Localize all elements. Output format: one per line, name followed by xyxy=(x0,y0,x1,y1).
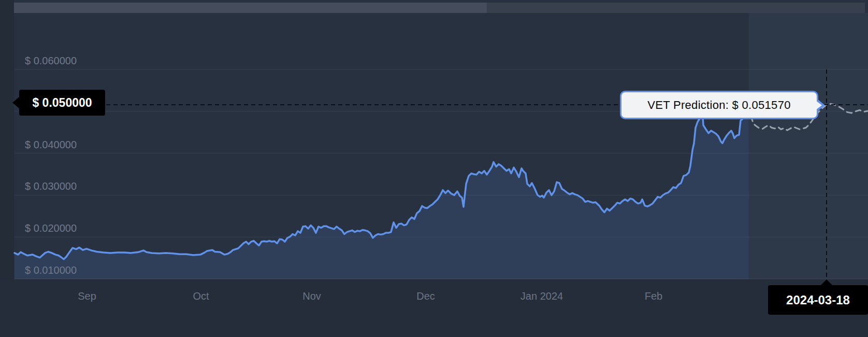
y-axis-tick-label: $ 0.030000 xyxy=(25,180,77,192)
price-label-arrow-icon xyxy=(12,97,19,108)
x-axis-tick-label: Feb xyxy=(645,290,662,302)
date-crosshair-label: 2024-03-18 xyxy=(768,285,868,315)
y-axis-tick-label: $ 0.040000 xyxy=(25,139,77,151)
price-crosshair-value: $ 0.050000 xyxy=(32,96,92,110)
price-crosshair-label: $ 0.050000 xyxy=(19,90,105,116)
prediction-zone-band xyxy=(749,13,868,279)
x-axis-tick-label: Nov xyxy=(302,290,321,302)
x-axis-tick-label: Jan 2024 xyxy=(520,290,563,302)
prediction-tooltip-text: VET Prediction: $ 0.051570 xyxy=(647,99,790,112)
x-axis-tick-label: Dec xyxy=(416,290,435,302)
date-crosshair-value: 2024-03-18 xyxy=(786,293,850,307)
date-label-arrow-icon xyxy=(821,279,832,285)
price-chart[interactable] xyxy=(0,0,868,337)
x-axis-tick-label: Sep xyxy=(78,290,96,302)
y-axis-tick-label: $ 0.020000 xyxy=(25,222,77,234)
tooltip-pointer-inner-icon xyxy=(816,101,822,110)
y-axis-tick-label: $ 0.010000 xyxy=(25,264,77,276)
x-axis-tick-label: Oct xyxy=(193,290,209,302)
prediction-tooltip: VET Prediction: $ 0.051570 xyxy=(620,91,818,119)
y-axis-tick-label: $ 0.060000 xyxy=(25,55,77,67)
price-chart-panel: $ 0.060000$ 0.040000$ 0.030000$ 0.020000… xyxy=(0,0,868,337)
